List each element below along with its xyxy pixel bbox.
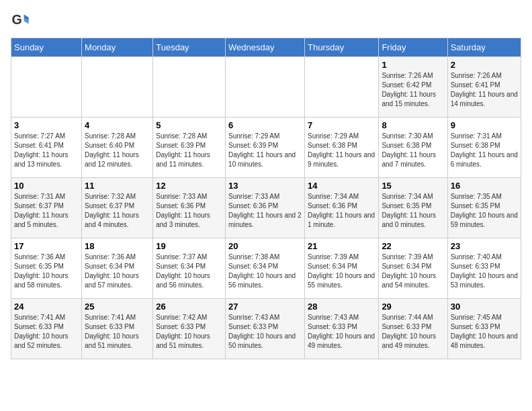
calendar-cell: 5Sunrise: 7:28 AM Sunset: 6:39 PM Daylig… xyxy=(153,118,226,178)
calendar-week-row: 1Sunrise: 7:26 AM Sunset: 6:42 PM Daylig… xyxy=(11,57,521,118)
day-info: Sunrise: 7:34 AM Sunset: 6:36 PM Dayligh… xyxy=(308,192,375,230)
day-header: Monday xyxy=(82,38,153,57)
calendar-cell: 3Sunrise: 7:27 AM Sunset: 6:41 PM Daylig… xyxy=(11,118,82,178)
calendar-cell xyxy=(305,57,379,118)
day-number: 26 xyxy=(156,302,222,312)
day-info: Sunrise: 7:31 AM Sunset: 6:37 PM Dayligh… xyxy=(14,192,79,230)
day-header: Wednesday xyxy=(226,38,305,57)
day-number: 13 xyxy=(228,181,302,191)
day-info: Sunrise: 7:36 AM Sunset: 6:34 PM Dayligh… xyxy=(85,253,150,290)
calendar-cell: 28Sunrise: 7:43 AM Sunset: 6:33 PM Dayli… xyxy=(305,299,379,359)
day-info: Sunrise: 7:26 AM Sunset: 6:42 PM Dayligh… xyxy=(382,71,444,109)
day-number: 7 xyxy=(308,120,375,130)
calendar-cell xyxy=(82,57,153,118)
day-info: Sunrise: 7:39 AM Sunset: 6:34 PM Dayligh… xyxy=(308,253,375,290)
day-number: 17 xyxy=(14,241,79,251)
calendar-cell: 1Sunrise: 7:26 AM Sunset: 6:42 PM Daylig… xyxy=(379,57,447,118)
day-info: Sunrise: 7:43 AM Sunset: 6:33 PM Dayligh… xyxy=(308,313,375,351)
day-info: Sunrise: 7:40 AM Sunset: 6:33 PM Dayligh… xyxy=(451,253,518,290)
logo: G xyxy=(11,11,32,30)
day-number: 21 xyxy=(308,241,375,251)
day-info: Sunrise: 7:28 AM Sunset: 6:40 PM Dayligh… xyxy=(85,132,150,169)
day-info: Sunrise: 7:27 AM Sunset: 6:41 PM Dayligh… xyxy=(14,132,79,169)
calendar-cell xyxy=(153,57,226,118)
calendar-cell: 8Sunrise: 7:30 AM Sunset: 6:38 PM Daylig… xyxy=(379,118,447,178)
day-number: 2 xyxy=(451,60,518,70)
calendar-cell: 2Sunrise: 7:26 AM Sunset: 6:41 PM Daylig… xyxy=(447,57,521,118)
day-number: 30 xyxy=(451,302,518,312)
day-header: Tuesday xyxy=(153,38,226,57)
day-number: 9 xyxy=(451,120,518,130)
day-number: 8 xyxy=(382,120,444,130)
calendar-cell: 19Sunrise: 7:37 AM Sunset: 6:34 PM Dayli… xyxy=(153,238,226,299)
day-info: Sunrise: 7:26 AM Sunset: 6:41 PM Dayligh… xyxy=(451,71,518,109)
calendar-cell: 20Sunrise: 7:38 AM Sunset: 6:34 PM Dayli… xyxy=(226,238,305,299)
day-header: Friday xyxy=(379,38,447,57)
calendar-cell: 23Sunrise: 7:40 AM Sunset: 6:33 PM Dayli… xyxy=(447,238,521,299)
day-number: 4 xyxy=(85,120,150,130)
day-number: 28 xyxy=(308,302,375,312)
calendar-cell: 7Sunrise: 7:29 AM Sunset: 6:38 PM Daylig… xyxy=(305,118,379,178)
day-info: Sunrise: 7:32 AM Sunset: 6:37 PM Dayligh… xyxy=(85,192,150,230)
day-info: Sunrise: 7:39 AM Sunset: 6:34 PM Dayligh… xyxy=(382,253,444,290)
day-header: Saturday xyxy=(447,38,521,57)
day-info: Sunrise: 7:43 AM Sunset: 6:33 PM Dayligh… xyxy=(228,313,302,351)
calendar-cell: 17Sunrise: 7:36 AM Sunset: 6:35 PM Dayli… xyxy=(11,238,82,299)
calendar-cell: 30Sunrise: 7:45 AM Sunset: 6:33 PM Dayli… xyxy=(447,299,521,359)
svg-text:G: G xyxy=(11,12,21,27)
day-info: Sunrise: 7:34 AM Sunset: 6:35 PM Dayligh… xyxy=(382,192,444,230)
day-info: Sunrise: 7:38 AM Sunset: 6:34 PM Dayligh… xyxy=(228,253,302,290)
header-area: G xyxy=(11,11,521,30)
day-number: 25 xyxy=(85,302,150,312)
calendar-cell: 16Sunrise: 7:35 AM Sunset: 6:35 PM Dayli… xyxy=(447,178,521,238)
day-number: 29 xyxy=(382,302,444,312)
calendar-cell: 11Sunrise: 7:32 AM Sunset: 6:37 PM Dayli… xyxy=(82,178,153,238)
calendar-cell: 9Sunrise: 7:31 AM Sunset: 6:38 PM Daylig… xyxy=(447,118,521,178)
days-header-row: SundayMondayTuesdayWednesdayThursdayFrid… xyxy=(11,38,521,57)
day-number: 19 xyxy=(156,241,222,251)
day-info: Sunrise: 7:37 AM Sunset: 6:34 PM Dayligh… xyxy=(156,253,222,290)
calendar-cell: 10Sunrise: 7:31 AM Sunset: 6:37 PM Dayli… xyxy=(11,178,82,238)
calendar-cell: 22Sunrise: 7:39 AM Sunset: 6:34 PM Dayli… xyxy=(379,238,447,299)
day-number: 16 xyxy=(451,181,518,191)
calendar-cell: 18Sunrise: 7:36 AM Sunset: 6:34 PM Dayli… xyxy=(82,238,153,299)
calendar-cell xyxy=(226,57,305,118)
calendar-cell: 27Sunrise: 7:43 AM Sunset: 6:33 PM Dayli… xyxy=(226,299,305,359)
calendar-week-row: 3Sunrise: 7:27 AM Sunset: 6:41 PM Daylig… xyxy=(11,118,521,178)
day-number: 12 xyxy=(156,181,222,191)
calendar-cell xyxy=(11,57,82,118)
calendar-cell: 29Sunrise: 7:44 AM Sunset: 6:33 PM Dayli… xyxy=(379,299,447,359)
day-number: 6 xyxy=(228,120,302,130)
day-number: 23 xyxy=(451,241,518,251)
day-info: Sunrise: 7:33 AM Sunset: 6:36 PM Dayligh… xyxy=(228,192,302,230)
calendar-cell: 25Sunrise: 7:41 AM Sunset: 6:33 PM Dayli… xyxy=(82,299,153,359)
day-number: 15 xyxy=(382,181,444,191)
day-info: Sunrise: 7:42 AM Sunset: 6:33 PM Dayligh… xyxy=(156,313,222,351)
day-header: Sunday xyxy=(11,38,82,57)
calendar-cell: 26Sunrise: 7:42 AM Sunset: 6:33 PM Dayli… xyxy=(153,299,226,359)
day-info: Sunrise: 7:45 AM Sunset: 6:33 PM Dayligh… xyxy=(451,313,518,351)
day-info: Sunrise: 7:35 AM Sunset: 6:35 PM Dayligh… xyxy=(451,192,518,230)
calendar-table: SundayMondayTuesdayWednesdayThursdayFrid… xyxy=(11,38,521,359)
day-number: 27 xyxy=(228,302,302,312)
day-info: Sunrise: 7:41 AM Sunset: 6:33 PM Dayligh… xyxy=(14,313,79,351)
day-info: Sunrise: 7:41 AM Sunset: 6:33 PM Dayligh… xyxy=(85,313,150,351)
day-number: 1 xyxy=(382,60,444,70)
logo-icon: G xyxy=(11,11,30,30)
day-info: Sunrise: 7:31 AM Sunset: 6:38 PM Dayligh… xyxy=(451,132,518,169)
day-number: 18 xyxy=(85,241,150,251)
calendar-cell: 24Sunrise: 7:41 AM Sunset: 6:33 PM Dayli… xyxy=(11,299,82,359)
day-number: 10 xyxy=(14,181,79,191)
day-info: Sunrise: 7:28 AM Sunset: 6:39 PM Dayligh… xyxy=(156,132,222,169)
day-number: 5 xyxy=(156,120,222,130)
calendar-cell: 4Sunrise: 7:28 AM Sunset: 6:40 PM Daylig… xyxy=(82,118,153,178)
calendar-cell: 14Sunrise: 7:34 AM Sunset: 6:36 PM Dayli… xyxy=(305,178,379,238)
day-info: Sunrise: 7:29 AM Sunset: 6:38 PM Dayligh… xyxy=(308,132,375,169)
day-header: Thursday xyxy=(305,38,379,57)
calendar-cell: 15Sunrise: 7:34 AM Sunset: 6:35 PM Dayli… xyxy=(379,178,447,238)
calendar-cell: 13Sunrise: 7:33 AM Sunset: 6:36 PM Dayli… xyxy=(226,178,305,238)
day-number: 3 xyxy=(14,120,79,130)
day-info: Sunrise: 7:44 AM Sunset: 6:33 PM Dayligh… xyxy=(382,313,444,351)
day-number: 14 xyxy=(308,181,375,191)
calendar-cell: 21Sunrise: 7:39 AM Sunset: 6:34 PM Dayli… xyxy=(305,238,379,299)
